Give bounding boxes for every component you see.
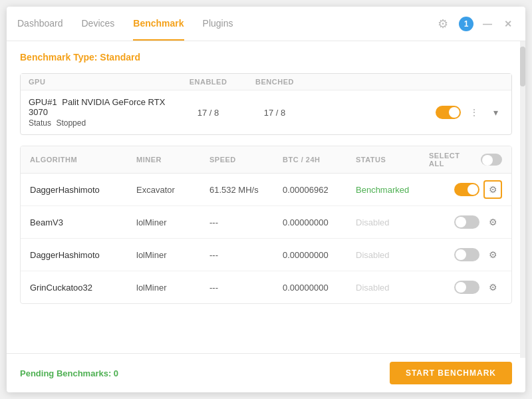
algo-row: GrinCuckatoo32 lolMiner --- 0.00000000 D… [21, 271, 511, 303]
algo-btc: 0.00000000 [283, 250, 356, 260]
nav-bar: Dashboard Devices Benchmark Plugins ⚙ 1 … [7, 7, 525, 41]
footer: Pending Benchmarks: 0 START BENCHMARK [7, 353, 525, 392]
select-all-toggle[interactable] [481, 154, 502, 166]
gpu-section: GPU ENABLED BENCHED GPU#1 Palit NVIDIA G… [20, 73, 512, 135]
scrollbar[interactable] [520, 41, 525, 358]
benchmark-type-value: Standard [100, 52, 140, 63]
algo-status: Benchmarked [356, 185, 429, 195]
app-window: Dashboard Devices Benchmark Plugins ⚙ 1 … [7, 7, 525, 392]
algo-settings-button[interactable]: ⚙ [483, 180, 502, 199]
algo-toggle[interactable] [454, 183, 479, 196]
col-benched-header: BENCHED [241, 78, 308, 86]
col-gpu-header: GPU [29, 78, 175, 86]
col-selectall-header: SELECT ALL [429, 152, 502, 168]
algo-settings-button[interactable]: ⚙ [483, 278, 502, 297]
tab-benchmark[interactable]: Benchmark [133, 7, 184, 41]
col-enabled-header: ENABLED [175, 78, 241, 86]
algo-name: BeamV3 [30, 217, 136, 227]
algo-toggle[interactable] [454, 248, 479, 261]
gear-icon: ⚙ [438, 17, 448, 31]
benchmark-type-label: Benchmark Type: [20, 52, 97, 63]
algo-header: ALGORITHM MINER SPEED BTC / 24H STATUS S… [21, 146, 511, 174]
gpu-right-actions: ⋮ ▾ [308, 104, 503, 120]
col-algorithm-header: ALGORITHM [30, 156, 136, 164]
nav-actions: ⚙ 1 — ✕ [434, 15, 515, 33]
algo-row: DaggerHashimoto Excavator 61.532 MH/s 0.… [21, 174, 511, 206]
algo-settings-button[interactable]: ⚙ [483, 213, 502, 231]
gpu-header-row: GPU ENABLED BENCHED [21, 74, 511, 90]
nav-tabs: Dashboard Devices Benchmark Plugins [17, 7, 434, 41]
algo-miner: Excavator [136, 185, 209, 195]
algo-btc: 0.00000000 [283, 283, 356, 293]
notification-badge[interactable]: 1 [459, 17, 473, 31]
algo-actions: ⚙ [429, 278, 502, 297]
tab-dashboard[interactable]: Dashboard [17, 7, 63, 41]
algo-name: DaggerHashimoto [30, 185, 136, 195]
gpu-expand-button[interactable]: ▾ [487, 104, 503, 120]
settings-button[interactable]: ⚙ [434, 15, 452, 33]
algo-miner: lolMiner [136, 250, 209, 260]
algo-status: Disabled [356, 283, 429, 293]
col-miner-header: MINER [136, 156, 209, 164]
gpu-name-status: GPU#1 Palit NVIDIA GeForce RTX 3070 Stat… [29, 97, 175, 128]
algo-miner: lolMiner [136, 283, 209, 293]
algo-btc: 0.00000000 [283, 217, 356, 227]
content-area: Benchmark Type: Standard GPU ENABLED BEN… [7, 41, 525, 353]
algo-name: GrinCuckatoo32 [30, 283, 136, 293]
algo-row: DaggerHashimoto lolMiner --- 0.00000000 … [21, 239, 511, 271]
col-btc-header: BTC / 24H [283, 156, 356, 164]
gpu-status: Status Stopped [29, 118, 175, 128]
col-status-header: STATUS [356, 156, 429, 164]
algo-status: Disabled [356, 217, 429, 227]
pending-benchmarks: Pending Benchmarks: 0 [20, 368, 118, 378]
gpu-enabled-value: 17 / 8 [175, 108, 241, 118]
start-benchmark-button[interactable]: START BENCHMARK [390, 362, 512, 384]
algo-speed: --- [209, 283, 283, 293]
algo-actions: ⚙ [429, 245, 502, 264]
algo-settings-button[interactable]: ⚙ [483, 245, 502, 264]
tab-plugins[interactable]: Plugins [203, 7, 233, 41]
tab-devices[interactable]: Devices [82, 7, 115, 41]
minimize-button[interactable]: — [480, 17, 495, 31]
algo-row: BeamV3 lolMiner --- 0.00000000 Disabled … [21, 206, 511, 239]
gpu-info-row: GPU#1 Palit NVIDIA GeForce RTX 3070 Stat… [21, 90, 511, 134]
close-button[interactable]: ✕ [501, 17, 515, 31]
algo-toggle[interactable] [454, 281, 479, 294]
benchmark-type: Benchmark Type: Standard [20, 52, 512, 63]
scroll-thumb[interactable] [520, 47, 525, 86]
gpu-more-button[interactable]: ⋮ [466, 104, 482, 120]
algo-speed: 61.532 MH/s [209, 185, 283, 195]
algo-speed: --- [209, 217, 283, 227]
algo-speed: --- [209, 250, 283, 260]
algo-actions: ⚙ [429, 180, 502, 199]
algo-toggle[interactable] [454, 215, 479, 229]
algo-btc: 0.00006962 [283, 185, 356, 195]
algo-actions: ⚙ [429, 213, 502, 231]
col-speed-header: SPEED [209, 156, 283, 164]
gpu-toggle[interactable] [436, 106, 461, 119]
gpu-benched-value: 17 / 8 [241, 108, 308, 118]
algo-name: DaggerHashimoto [30, 250, 136, 260]
algo-table: ALGORITHM MINER SPEED BTC / 24H STATUS S… [20, 146, 512, 304]
algo-miner: lolMiner [136, 217, 209, 227]
gpu-name: GPU#1 Palit NVIDIA GeForce RTX 3070 [29, 97, 175, 117]
algo-status: Disabled [356, 250, 429, 260]
